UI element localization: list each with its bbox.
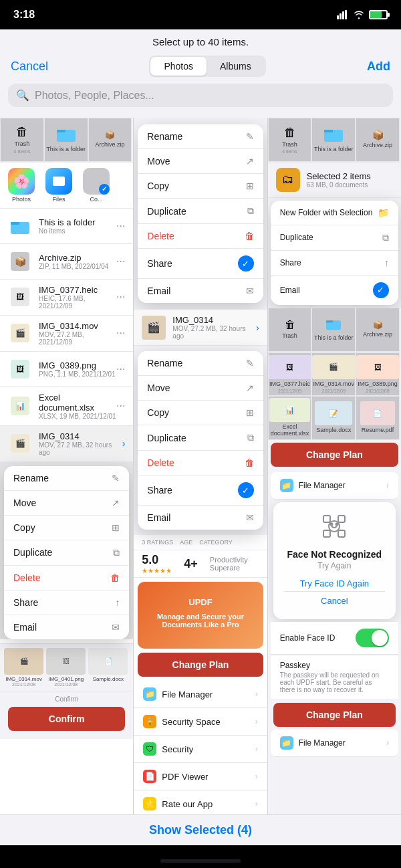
rating-row: 3 RATINGS AGE CATEGORY [134, 535, 267, 550]
nav-bar: Cancel Photos Albums Add [0, 53, 401, 84]
file-manager-right-2[interactable]: 📁 File Manager › [271, 730, 398, 757]
context-menu-left: Rename ✎ Move ↗ Copy ⊞ Duplicate ⧉ Delet… [4, 466, 129, 639]
rename-menu-item[interactable]: Rename ✎ [4, 466, 129, 491]
share-icon: ↑ [115, 597, 120, 608]
delete-menu-item[interactable]: Delete 🗑 [4, 566, 129, 590]
svg-rect-9 [11, 222, 19, 225]
file-list-left: This is a folder No items ··· 📦 Archive.… [0, 209, 133, 426]
new-folder-selection-item[interactable]: New Folder with Selection 📁 [271, 201, 398, 225]
file-item[interactable]: 📦 Archive.zip ZIP, 11 MB, 2022/01/04 ··· [0, 244, 133, 280]
email-menu-item[interactable]: Email ✉ [4, 615, 129, 639]
file-item-selected[interactable]: 🎬 IMG_0314 MOV, 27.2 MB, 32 hours ago › [0, 426, 133, 462]
file-item[interactable]: 🖼 IMG_0389.png PNG, 1.1 MB, 2021/12/01 ·… [0, 352, 133, 387]
email-top-item[interactable]: Email ✉ [138, 279, 263, 303]
file-item[interactable]: This is a folder No items ··· [0, 209, 133, 244]
search-bar[interactable]: 🔍 Photos, People, Places... [8, 84, 393, 107]
svg-rect-5 [57, 130, 65, 132]
status-icons [337, 10, 388, 19]
signal-icon [337, 10, 349, 19]
photos-app-icon: 🌸 Photos [8, 168, 35, 203]
right-column: 🗑 Trash 4 items This is a folder 📦 Archi… [268, 118, 401, 820]
show-selected-button[interactable]: Show Selected (4) [149, 823, 252, 837]
left-column: 🗑 Trash 4 items This is a folder 📦 Archi… [0, 118, 134, 820]
confirm-button[interactable]: Confirm [8, 707, 125, 731]
file-item[interactable]: 🎬 IMG_0314.mov MOV, 27.2 MB, 2021/12/09 … [0, 316, 133, 352]
file-manager-right[interactable]: 📁 File Manager › [271, 472, 398, 500]
face-id-toggle[interactable] [356, 629, 389, 647]
move-bot-item[interactable]: Move ↗ [138, 376, 263, 401]
duplicate-bot-item[interactable]: Duplicate ⧉ [138, 425, 263, 451]
add-button[interactable]: Add [367, 60, 390, 74]
chevron-right-icon: › [255, 772, 258, 781]
rate-app-item[interactable]: ⭐ Rate our App › [134, 790, 267, 818]
face-id-icon [284, 513, 385, 545]
try-face-id-button[interactable]: Try Face ID Again [284, 576, 385, 592]
share-checkmark: ✓ [238, 255, 254, 272]
svg-rect-2 [342, 11, 344, 19]
svg-rect-1 [340, 13, 342, 19]
menu-list-mid: 📁 File Manager › 🔒 Security Space › 🛡 Se… [134, 681, 267, 820]
chevron-right-icon: › [255, 689, 258, 699]
chevron-right-icon: › [255, 744, 258, 754]
svg-rect-17 [338, 530, 345, 537]
app-icons-row: 🌸 Photos Files ✓ Co. [0, 162, 133, 209]
albums-tab[interactable]: Albums [207, 57, 265, 76]
move-top-item[interactable]: Move ↗ [138, 149, 263, 174]
change-plan-right[interactable]: Change Plan [271, 443, 398, 467]
email-bot-item[interactable]: Email ✉ [138, 506, 263, 530]
duplicate-menu-item[interactable]: Duplicate ⧉ [4, 540, 129, 566]
context-menu-top: Rename ✎ Move ↗ Copy ⊞ Duplicate ⧉ Delet… [138, 124, 263, 303]
copy-top-item[interactable]: Copy ⊞ [138, 174, 263, 199]
rename-icon: ✎ [112, 473, 120, 483]
mid-column: Rename ✎ Move ↗ Copy ⊞ Duplicate ⧉ Delet… [134, 118, 267, 820]
email-check: ✓ [373, 282, 389, 298]
selection-menu: New Folder with Selection 📁 Duplicate ⧉ … [271, 201, 398, 305]
duplicate-right-item[interactable]: Duplicate ⧉ [271, 225, 398, 251]
delete-bot-item[interactable]: Delete 🗑 [138, 451, 263, 475]
security-space-item[interactable]: 🔒 Security Space › [134, 708, 267, 736]
rename-top-item[interactable]: Rename ✎ [138, 124, 263, 149]
email-icon: ✉ [112, 622, 120, 633]
copy-bot-item[interactable]: Copy ⊞ [138, 401, 263, 425]
pdf-viewer-item[interactable]: 📄 PDF Viewer › [134, 763, 267, 790]
search-icon: 🔍 [16, 89, 29, 102]
email-right-item[interactable]: Email ✓ [271, 276, 398, 305]
cancel-button[interactable]: Cancel [11, 60, 48, 74]
share-menu-item[interactable]: Share ↑ [4, 590, 129, 615]
search-input[interactable]: Photos, People, Places... [35, 90, 154, 102]
context-menu-bottom: Rename ✎ Move ↗ Copy ⊞ Duplicate ⧉ Delet… [138, 351, 263, 530]
share-bot-item[interactable]: Share ✓ [138, 475, 263, 506]
svg-point-20 [336, 524, 338, 526]
file-manager-item[interactable]: 📁 File Manager › [134, 681, 267, 708]
move-icon: ↗ [112, 498, 120, 508]
svg-rect-15 [338, 516, 345, 522]
select-text: Select up to 40 items. [0, 29, 401, 53]
change-plan-right-2[interactable]: Change Plan [273, 703, 396, 727]
share-check-bot: ✓ [238, 482, 254, 498]
svg-rect-3 [345, 10, 347, 19]
files-app-icon: Files [45, 168, 72, 203]
time-display: 3:18 [13, 9, 35, 21]
third-app-icon: ✓ Co... [83, 168, 110, 203]
face-id-dialog: Face Not Recognized Try Again Try Face I… [273, 502, 396, 619]
duplicate-top-item[interactable]: Duplicate ⧉ [138, 199, 263, 224]
share-right-item[interactable]: Share ↑ [271, 251, 398, 276]
share-top-item[interactable]: Share ✓ [138, 249, 263, 279]
photos-tab[interactable]: Photos [150, 57, 207, 76]
rename-bot-item[interactable]: Rename ✎ [138, 351, 263, 376]
selected-header: 🗂 Selected 2 items 63 MB, 0 documents [268, 162, 401, 198]
move-menu-item[interactable]: Move ↗ [4, 491, 129, 516]
file-item[interactable]: 📊 Excel document.xlsx XLSX, 19 MB, 2021/… [0, 387, 133, 426]
copy-menu-item[interactable]: Copy ⊞ [4, 516, 129, 540]
enable-face-id-row: Enable Face ID [271, 622, 398, 655]
face-id-cancel-button[interactable]: Cancel [284, 593, 385, 609]
promo-image: UPDF Manage and Secure your Documents Li… [138, 582, 263, 649]
security-item[interactable]: 🛡 Security › [134, 736, 267, 763]
file-item-mid[interactable]: 🎬 IMG_0314 MOV, 27.2 MB, 32 hours ago › [134, 310, 267, 346]
segment-control: Photos Albums [149, 56, 265, 77]
chevron-right-icon: › [255, 717, 258, 726]
chevron-right-icon: › [255, 799, 258, 808]
delete-top-item[interactable]: Delete 🗑 [138, 224, 263, 249]
change-plan-button[interactable]: Change Plan [138, 653, 263, 677]
file-item[interactable]: 🖼 IMG_0377.heic HEIC, 17.6 MB, 2021/12/0… [0, 280, 133, 316]
